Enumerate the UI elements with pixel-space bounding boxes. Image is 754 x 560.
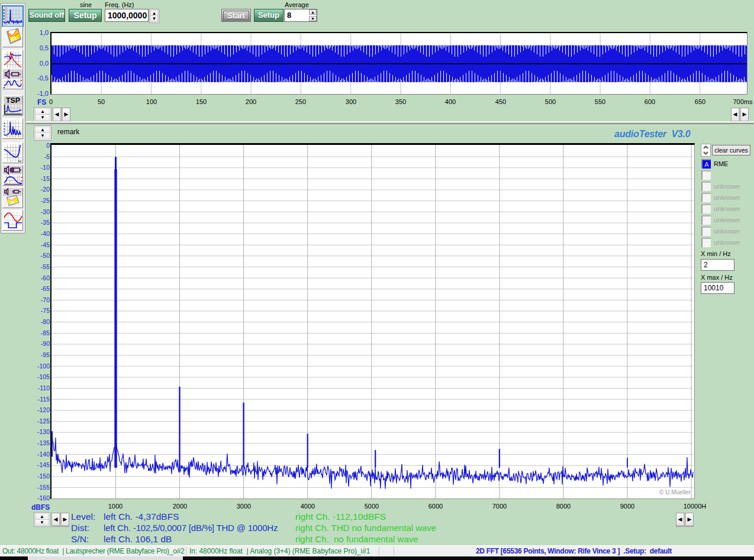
svg-text:TSP: TSP: [6, 96, 20, 105]
